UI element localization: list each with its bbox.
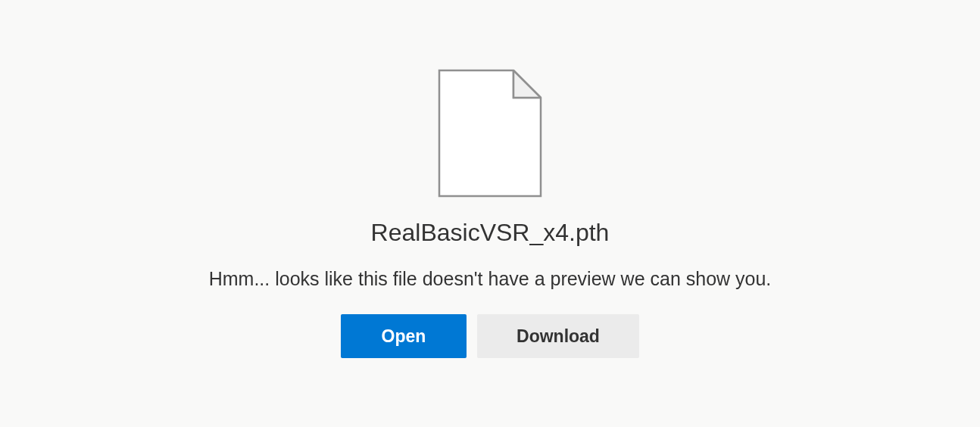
filename-title: RealBasicVSR_x4.pth — [371, 219, 610, 247]
document-icon — [438, 69, 542, 198]
no-preview-panel: RealBasicVSR_x4.pth Hmm... looks like th… — [209, 69, 772, 358]
open-button[interactable]: Open — [341, 314, 467, 358]
download-button[interactable]: Download — [477, 314, 639, 358]
no-preview-message: Hmm... looks like this file doesn't have… — [209, 268, 772, 290]
file-icon — [438, 69, 542, 201]
button-row: Open Download — [341, 314, 639, 358]
